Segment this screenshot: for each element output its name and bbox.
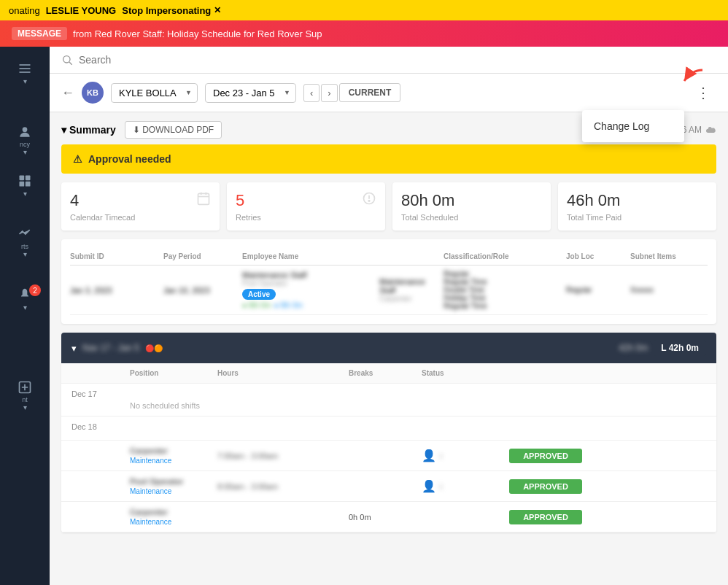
sidebar-icon-ncy (18, 125, 32, 139)
svg-rect-7 (26, 182, 31, 187)
cell-position-1: Carpenter Maintenance (130, 446, 217, 465)
position-link-3[interactable]: Maintenance (130, 518, 217, 526)
sidebar-arrow-badge: ▾ (23, 303, 27, 311)
employee-select-wrapper[interactable]: KYLE BOLLA (111, 83, 198, 103)
sidebar-arrow-ncy: ▾ (23, 148, 27, 156)
sidebar-icon-nt (18, 380, 32, 395)
avatar: KB (82, 82, 104, 104)
next-date-button[interactable]: › (321, 84, 337, 102)
col-position: Position (130, 369, 217, 377)
toolbar: ← KB KYLE BOLLA Dec 23 - Jan 5 ‹ › (50, 74, 728, 112)
no-shifts-dec17: No scheduled shifts (130, 401, 706, 410)
search-bar (50, 47, 728, 74)
download-pdf-button[interactable]: ⬇ DOWNLOAD PDF (125, 121, 222, 139)
sidebar-arrow-1: ▾ (23, 77, 27, 85)
schedule-row-3: Carpenter Maintenance 0h 0m APPROVED (61, 502, 716, 532)
section-label: 42h 0m (619, 343, 648, 353)
summary-title: Summary (69, 124, 116, 136)
close-icon: ✕ (214, 5, 221, 15)
svg-rect-6 (20, 182, 25, 187)
sidebar-arrow-nt: ▾ (23, 403, 27, 411)
sidebar-item-nt[interactable]: nt ▾ (0, 371, 50, 420)
date-navigation: ‹ › CURRENT (303, 83, 400, 102)
prev-icon: ‹ (310, 88, 313, 98)
content-area: ▾ Summary ⬇ DOWNLOAD PDF Updated on Jan … (50, 112, 728, 550)
stat-card-1: 5 Retries (227, 182, 385, 230)
svg-point-9 (63, 56, 70, 63)
cell-hours-0: 14h 0m 0m 32h 0m (724, 275, 728, 306)
schedule-row-2: Pool Operator Maintenance 8:00am - 3:00a… (61, 471, 716, 502)
notification-bar: MESSAGE from Red Rover Staff: Holiday Sc… (0, 20, 728, 47)
col-classification: Classification/Role (444, 252, 560, 260)
stat-card-2: 80h 0m Total Scheduled (392, 182, 551, 230)
sidebar-item-2[interactable]: ▾ (0, 165, 50, 206)
stat-value-2: 80h 0m (401, 191, 542, 210)
sidebar-icon-1 (18, 61, 32, 76)
dropdown-menu: Change Log (582, 110, 684, 142)
sidebar-icon-2 (18, 174, 32, 188)
stop-impersonating-button[interactable]: Stop Impersonating ✕ (122, 5, 221, 16)
cell-position-2: Pool Operator Maintenance (130, 477, 217, 495)
cell-loc-0: Regular (566, 286, 624, 294)
col-subnet: Subnet Items (630, 252, 718, 260)
summary-toggle[interactable]: ▾ Summary (61, 124, 116, 136)
schedule-col-headers: Position Hours Breaks Status (61, 363, 716, 384)
cell-status-2: 👤 1 (422, 479, 509, 493)
schedule-section: ▾ Nav 17 - Jan 5 🔴🟠 42h 0m L 42h 0m Posi… (61, 333, 716, 532)
sidebar: ▾ ncy ▾ ▾ rts ▾ 2 ▾ (0, 47, 50, 585)
sidebar-arrow-2: ▾ (23, 190, 27, 198)
toggle-icon: ▾ (61, 124, 66, 136)
dark-section-header: ▾ Nav 17 - Jan 5 🔴🟠 42h 0m L 42h 0m (61, 333, 716, 363)
cell-subnet-0: Xxxxxx (630, 286, 718, 294)
notification-text: from Red Rover Staff: Holiday Schedule f… (73, 28, 322, 39)
cell-hours-1: 7:00am - 3:00am (217, 452, 349, 460)
prev-date-button[interactable]: ‹ (303, 84, 320, 102)
stats-row: 4 Calendar Timecad 5 Retries 80h 0m Tota… (61, 182, 716, 230)
sidebar-label-nt: nt (22, 396, 28, 403)
approved-button-3[interactable]: APPROVED (509, 510, 582, 524)
svg-rect-4 (20, 176, 25, 181)
change-log-menu-item[interactable]: Change Log (582, 113, 684, 139)
table-header-row: Submit ID Pay Period Employee Name Class… (70, 248, 708, 266)
position-link-2[interactable]: Maintenance (130, 487, 217, 495)
date-range-select-wrapper[interactable]: Dec 23 - Jan 5 (205, 83, 296, 103)
sidebar-item-rts[interactable]: rts ▾ (0, 218, 50, 267)
cell-hours-2: 8:00am - 3:00am (217, 482, 349, 491)
svg-rect-1 (20, 68, 31, 69)
sidebar-item-ncy[interactable]: ncy ▾ (0, 116, 50, 165)
current-button[interactable]: CURRENT (339, 83, 401, 102)
dark-section-content: Position Hours Breaks Status Dec 17 No s… (61, 363, 716, 532)
position-link-1[interactable]: Maintenance (130, 457, 217, 465)
col-submit-id: Submit ID (70, 252, 158, 260)
search-input[interactable] (79, 54, 716, 66)
approved-button-1[interactable]: APPROVED (509, 449, 582, 463)
stat-value-0: 4 (70, 191, 211, 210)
back-button[interactable]: ← (61, 85, 74, 101)
data-table-card: Submit ID Pay Period Employee Name Class… (61, 239, 716, 324)
date-group-dec18: Dec 18 (61, 417, 716, 441)
sidebar-label-rts: rts (21, 243, 28, 250)
sidebar-label-ncy: ncy (20, 141, 30, 148)
col-pay-period: Pay Period (163, 252, 236, 260)
approval-text: Approval needed (88, 153, 171, 165)
stat-card-0: 4 Calendar Timecad (61, 182, 220, 230)
cell-jobtitle-0: Maintenance Staff Carpenter (379, 277, 438, 303)
date-range-select[interactable]: Dec 23 - Jan 5 (205, 83, 296, 103)
cell-submit-id-0: Jan 3, 2023 (70, 286, 158, 295)
table-row: Jan 3, 2023 Jan 10, 2023 Maintenance Sta… (70, 266, 708, 315)
warning-icon: ⚠ (73, 153, 82, 165)
stat-label-3: Total Time Paid (567, 213, 708, 222)
approved-button-2[interactable]: APPROVED (509, 479, 582, 494)
dark-section-title: Nav 17 - Jan 5 (82, 343, 139, 353)
date-group-dec17: Dec 17 No scheduled shifts (61, 384, 716, 417)
notification-badge: 2 (29, 284, 41, 296)
sidebar-item-badge[interactable]: 2 ▾ (0, 279, 50, 320)
sidebar-item-menu1[interactable]: ▾ (0, 53, 50, 94)
col-breaks: Breaks (349, 369, 422, 377)
cell-employee-0: Maintenance Staff Pool Operator Active ●… (242, 271, 373, 309)
back-icon: ← (61, 85, 74, 101)
employee-select[interactable]: KYLE BOLLA (111, 83, 198, 103)
svg-point-17 (368, 201, 370, 202)
col-employee: Employee Name (242, 252, 373, 260)
cell-status-1: 👤 1 (422, 449, 509, 462)
